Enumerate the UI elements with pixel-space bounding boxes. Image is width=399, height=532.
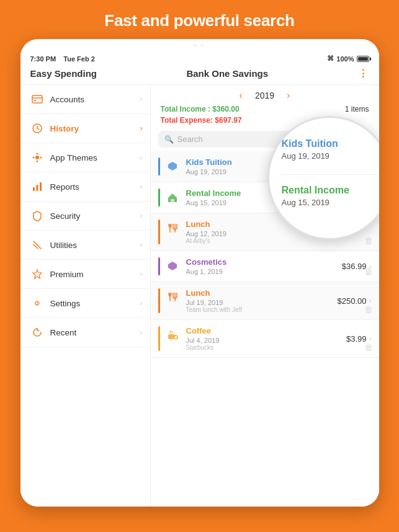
recent-label: Recent: [50, 328, 140, 337]
year-navigation: ‹ 2019 ›: [151, 85, 379, 104]
svg-point-8: [36, 161, 38, 162]
tx-date: Aug 1, 2019: [186, 268, 342, 275]
themes-chevron: ›: [140, 153, 143, 162]
tx-name: Coffee: [186, 326, 346, 335]
summary-row: Total Income : $360.00 1 items: [151, 104, 379, 116]
accounts-label: Accounts: [50, 95, 140, 104]
table-row[interactable]: Lunch Jul 19, 2019 Team lunch with Jeff …: [151, 282, 379, 320]
history-label: History: [50, 124, 140, 133]
tx-icon-coffee: [165, 327, 180, 342]
app-name: Easy Spending: [30, 68, 97, 79]
svg-line-5: [37, 128, 39, 130]
status-bar: 7:30 PM Tue Feb 2 ⌘ 100%: [20, 51, 379, 65]
tx-icon-cosmetics: [165, 259, 180, 273]
prev-year-button[interactable]: ‹: [240, 90, 243, 101]
reports-label: Reports: [50, 182, 140, 192]
delete-button[interactable]: 🗑: [364, 267, 373, 277]
sidebar-item-premium[interactable]: Premium ›: [20, 260, 150, 289]
svg-rect-2: [34, 100, 36, 101]
search-input[interactable]: Search: [177, 135, 203, 144]
sidebar-item-reports[interactable]: Reports ›: [20, 172, 150, 202]
zoom-item-date-2: Aug 15, 2019: [282, 198, 377, 207]
utilities-label: Utilities: [50, 241, 140, 250]
svg-point-10: [40, 157, 42, 159]
svg-point-9: [32, 157, 34, 159]
delete-button[interactable]: 🗑: [364, 304, 373, 314]
sidebar-item-history[interactable]: History ›: [20, 114, 150, 143]
more-menu-button[interactable]: ⋮: [358, 68, 369, 79]
settings-icon: i: [30, 296, 44, 310]
reports-chevron: ›: [140, 182, 143, 191]
tx-icon-lunch1: [165, 221, 180, 236]
next-year-button[interactable]: ›: [287, 90, 290, 101]
tx-arrow: ›: [369, 296, 372, 305]
svg-rect-0: [32, 95, 42, 103]
status-time: 7:30 PM Tue Feb 2: [30, 55, 95, 63]
zoom-item-name-2: Rental Income: [282, 185, 377, 196]
zoom-item-name-1: Kids Tuition: [282, 138, 377, 149]
total-expense: Total Expense: $697.97: [161, 116, 242, 125]
tx-note: Starbucks: [186, 344, 346, 351]
history-icon: [30, 122, 44, 135]
tx-icon-rental: [165, 190, 180, 205]
premium-icon: [30, 267, 44, 281]
tx-name: Cosmetics: [186, 257, 342, 267]
accounts-chevron: ›: [140, 95, 143, 104]
tx-info-lunch2: Lunch Jul 19, 2019 Team lunch with Jeff: [186, 288, 338, 313]
themes-icon: [30, 151, 44, 164]
sidebar-item-recent[interactable]: Recent ›: [20, 318, 150, 347]
status-indicators: ⌘ 100%: [327, 55, 369, 63]
utilities-icon: [30, 238, 44, 252]
year-label: 2019: [255, 91, 274, 100]
main-content: ‹ 2019 › Total Income : $360.00 1 items …: [151, 85, 379, 507]
svg-marker-23: [168, 262, 177, 270]
premium-chevron: ›: [140, 270, 143, 278]
recent-chevron: ›: [140, 328, 143, 337]
tx-date: Jul 4, 2019: [186, 337, 346, 344]
reports-icon: [30, 180, 44, 193]
sidebar-item-utilities[interactable]: Utilities ›: [20, 231, 150, 260]
svg-marker-19: [168, 162, 177, 171]
delete-button[interactable]: 🗑: [364, 236, 373, 246]
tx-info-cosmetics: Cosmetics Aug 1, 2019: [186, 257, 342, 275]
sidebar-item-security[interactable]: Security ›: [20, 202, 150, 231]
app-header: Easy Spending Bank One Savings ⋮: [20, 65, 379, 85]
tx-name: Lunch: [186, 288, 338, 298]
app-body: Accounts › History ›: [20, 85, 379, 507]
wifi-icon: ⌘: [327, 55, 334, 63]
premium-label: Premium: [50, 270, 140, 279]
accounts-icon: [30, 92, 44, 106]
settings-chevron: ›: [140, 299, 143, 308]
search-icon: 🔍: [164, 135, 174, 144]
tx-date: Jul 19, 2019: [186, 299, 338, 306]
items-count: 1 items: [345, 105, 369, 113]
tx-amount: $36.99: [342, 262, 367, 271]
table-row[interactable]: Coffee Jul 4, 2019 Starbucks $3.99 › 🗑: [151, 320, 379, 358]
sidebar-item-themes[interactable]: App Themes ›: [20, 143, 150, 172]
top-banner: Fast and powerful search: [0, 0, 399, 39]
sidebar-item-settings[interactable]: i Settings ›: [20, 289, 150, 318]
recent-icon: [30, 326, 44, 339]
security-chevron: ›: [140, 211, 143, 220]
tx-note: Team lunch with Jeff: [186, 306, 338, 313]
tx-icon-lunch2: [165, 290, 180, 304]
battery-icon: [357, 56, 369, 62]
settings-label: Settings: [50, 299, 140, 308]
history-chevron: ›: [140, 124, 143, 133]
camera-notch: • •: [20, 39, 379, 51]
svg-rect-12: [36, 185, 38, 191]
svg-marker-16: [33, 270, 42, 278]
device-frame: • • 7:30 PM Tue Feb 2 ⌘ 100% Easy Spendi…: [20, 39, 379, 507]
sidebar: Accounts › History ›: [20, 85, 151, 507]
sidebar-item-accounts[interactable]: Accounts ›: [20, 85, 150, 114]
svg-rect-20: [171, 199, 174, 203]
svg-point-7: [36, 153, 38, 155]
delete-button[interactable]: 🗑: [364, 342, 373, 352]
svg-text:i: i: [36, 299, 37, 307]
svg-point-6: [35, 156, 39, 159]
table-row[interactable]: Cosmetics Aug 1, 2019 $36.99 › 🗑: [151, 251, 379, 282]
total-income: Total Income : $360.00: [161, 105, 240, 113]
svg-rect-11: [33, 187, 35, 191]
utilities-chevron: ›: [140, 241, 143, 249]
tx-info-coffee: Coffee Jul 4, 2019 Starbucks: [186, 326, 346, 351]
